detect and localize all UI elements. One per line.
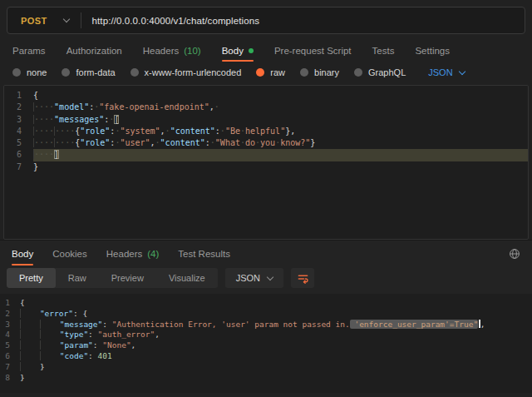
indent-guide [20, 351, 40, 360]
tab-headers[interactable]: Headers(10) [143, 38, 201, 62]
tab-pre-request-script[interactable]: Pre-request Script [274, 38, 352, 62]
body-mode-graphql-label: GraphQL [368, 67, 406, 77]
body-mode-binary-label: binary [314, 67, 339, 77]
view-mode-pretty[interactable]: Pretty [7, 268, 56, 288]
code-line: 2····"model":·"fake-openai-endpoint",· [4, 102, 528, 113]
code-line: 1{ [4, 90, 528, 102]
json-key: "messages" [54, 115, 104, 124]
response-tabs-right [509, 241, 520, 266]
tab-pre-request-script-label: Pre-request Script [274, 46, 352, 56]
json-string: "Be [225, 127, 240, 136]
json-key: "role" [80, 127, 110, 136]
indent-guide: ···· [33, 150, 54, 159]
json-string: know?" [280, 138, 310, 147]
view-mode-preview[interactable]: Preview [99, 268, 156, 288]
json-punctuation: , [480, 320, 485, 329]
body-mode-graphql[interactable]: GraphQL [354, 67, 406, 77]
view-mode-raw[interactable]: Raw [56, 268, 99, 288]
line-number: 4 [0, 330, 20, 340]
json-string: "user" [120, 138, 150, 147]
line-number: 5 [0, 340, 20, 351]
body-mode-binary[interactable]: binary [300, 67, 339, 77]
chevron-down-icon [267, 273, 273, 280]
url-input[interactable]: http://0.0.0.0:4000/v1/chat/completions [92, 16, 259, 26]
json-punctuation: } [310, 138, 315, 147]
response-tab-body-label: Body [12, 249, 33, 259]
code-line: 5 "param": "None", [0, 340, 532, 351]
response-tab-body[interactable]: Body [12, 241, 33, 266]
indent-guide [20, 340, 40, 350]
body-mode-raw[interactable]: raw [256, 67, 285, 77]
tab-params[interactable]: Params [12, 38, 46, 62]
body-mode-row: noneform-datax-www-form-urlencodedrawbin… [0, 62, 532, 85]
request-language-label: JSON [428, 67, 452, 77]
indent-guide [20, 330, 40, 339]
response-tab-test-results[interactable]: Test Results [178, 241, 230, 266]
request-pane: POST http://0.0.0.0:4000/v1/chat/complet… [0, 0, 532, 240]
response-language-selector[interactable]: JSON [225, 268, 283, 288]
json-punctuation: : [93, 340, 102, 350]
chevron-down-icon [62, 16, 69, 22]
tab-params-label: Params [12, 46, 46, 56]
divider [81, 12, 81, 28]
code-line: 6 "code": 401 [0, 351, 532, 362]
method-selector[interactable]: POST [7, 16, 81, 26]
line-content: "type": "auth_error", [20, 330, 532, 340]
tab-authorization[interactable]: Authorization [66, 38, 122, 62]
line-content: "code": 401 [20, 351, 532, 362]
wrap-lines-icon [297, 272, 309, 285]
wrap-lines-button[interactable] [291, 268, 314, 288]
json-key: "message" [60, 320, 102, 329]
code-line: 8} [0, 373, 532, 384]
response-body-editor[interactable]: 1{2 "error": {3 "message": "Authenticati… [0, 294, 532, 393]
bracket-match: ] [54, 150, 59, 159]
json-key: "code" [60, 351, 88, 360]
line-content: "param": "None", [20, 340, 532, 351]
body-mode-x-www-form-urlencoded-label: x-www-form-urlencoded [145, 67, 242, 77]
radio-circle-icon [12, 68, 21, 77]
line-number: 3 [0, 320, 20, 330]
line-content: } [33, 161, 528, 173]
line-content: ········{"role":·"system",·"content":·"B… [33, 126, 528, 137]
request-language-selector[interactable]: JSON [428, 67, 464, 77]
line-number: 7 [0, 362, 20, 373]
code-line: 6····] [4, 149, 528, 161]
line-number: 3 [4, 114, 33, 126]
code-line: 5········{"role":·"user",·"content":·"Wh… [4, 137, 528, 149]
json-string: "fake-openai-endpoint" [99, 102, 209, 112]
response-tab-headers-count: (4) [147, 249, 159, 259]
response-tab-cookies[interactable]: Cookies [52, 241, 87, 266]
url-bar: POST http://0.0.0.0:4000/v1/chat/complet… [7, 7, 525, 34]
body-mode-none[interactable]: none [12, 67, 47, 77]
radio-circle-icon [62, 68, 70, 77]
tab-settings[interactable]: Settings [415, 38, 450, 62]
indent-guide: ···· [54, 138, 75, 147]
line-number: 1 [0, 298, 20, 309]
indent-guide: ···· [33, 115, 54, 124]
tab-settings-label: Settings [415, 46, 450, 56]
line-content: } [20, 362, 532, 373]
json-punctuation: { [33, 91, 38, 100]
line-number: 2 [0, 309, 20, 320]
json-string: you [260, 138, 275, 147]
request-body-editor[interactable]: 1{2····"model":·"fake-openai-endpoint",·… [3, 85, 529, 240]
json-key: "content" [170, 127, 215, 136]
json-key: "content" [160, 138, 205, 147]
json-string: "What [215, 138, 240, 147]
json-string: "system" [120, 127, 160, 136]
tab-headers-count: (10) [184, 46, 200, 56]
indent-guide [40, 351, 60, 360]
tab-tests[interactable]: Tests [372, 38, 395, 62]
view-mode-visualize[interactable]: Visualize [156, 268, 218, 288]
response-tab-cookies-label: Cookies [52, 249, 87, 259]
green-dot-icon [249, 48, 254, 53]
json-number: 401 [98, 351, 112, 360]
indent-guide: ···· [54, 127, 75, 136]
response-tab-headers[interactable]: Headers(4) [106, 241, 160, 266]
body-mode-x-www-form-urlencoded[interactable]: x-www-form-urlencoded [131, 67, 242, 77]
body-mode-form-data[interactable]: form-data [62, 67, 115, 77]
tab-body[interactable]: Body [222, 38, 254, 62]
radio-circle-icon [131, 68, 139, 77]
tab-authorization-label: Authorization [66, 46, 122, 56]
line-content: ····"model":·"fake-openai-endpoint",· [33, 102, 528, 113]
